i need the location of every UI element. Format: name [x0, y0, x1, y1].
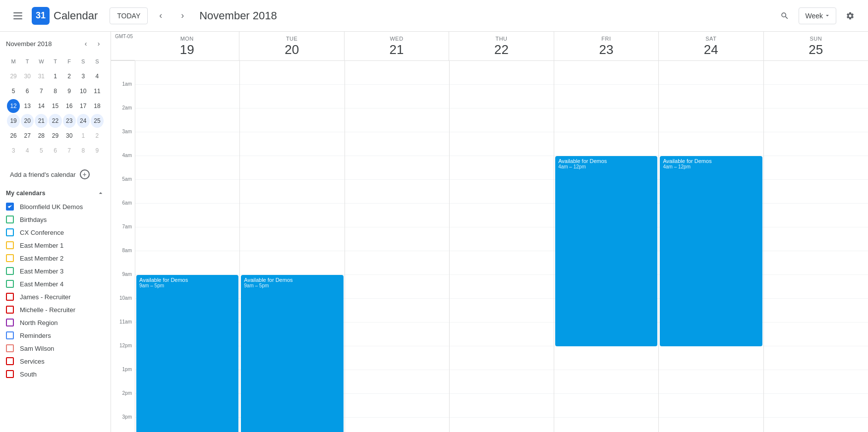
- mini-cal-day[interactable]: 8: [77, 144, 90, 158]
- next-button[interactable]: ›: [174, 7, 191, 25]
- calendar-checkbox[interactable]: [6, 331, 14, 339]
- mini-cal-day[interactable]: 9: [63, 84, 76, 98]
- event-block[interactable]: Available for Demos4am – 12pm: [660, 156, 762, 346]
- mini-cal-day[interactable]: 5: [7, 84, 20, 98]
- calendar-item[interactable]: East Member 4: [0, 277, 111, 290]
- mini-cal-day[interactable]: 2: [63, 69, 76, 83]
- calendar-checkbox[interactable]: [6, 319, 14, 326]
- day-header-thu[interactable]: THU22: [449, 32, 553, 60]
- day-number: 24: [659, 42, 763, 58]
- mini-cal-day[interactable]: 6: [49, 144, 61, 158]
- mini-cal-day[interactable]: 29: [49, 129, 61, 143]
- mini-cal-day[interactable]: 29: [7, 69, 20, 83]
- calendar-checkbox[interactable]: [6, 203, 14, 211]
- calendar-item[interactable]: East Member 1: [0, 239, 111, 252]
- mini-cal-day[interactable]: 4: [21, 144, 34, 158]
- event-block[interactable]: Available for Demos9am – 5pm: [241, 275, 343, 432]
- day-header-fri[interactable]: FRI23: [554, 32, 658, 60]
- calendar-checkbox[interactable]: [6, 357, 14, 365]
- mini-cal-day[interactable]: 4: [91, 69, 104, 83]
- mini-cal-day[interactable]: 13: [21, 99, 34, 113]
- day-header-mon[interactable]: MON19: [135, 32, 239, 60]
- mini-cal-day[interactable]: 5: [35, 144, 48, 158]
- search-button[interactable]: [775, 6, 795, 26]
- mini-cal-prev[interactable]: ‹: [80, 38, 92, 50]
- prev-button[interactable]: ‹: [152, 7, 170, 25]
- calendar-item[interactable]: James - Recruiter: [0, 290, 111, 303]
- calendar-checkbox[interactable]: [6, 370, 14, 378]
- calendar-checkbox[interactable]: [6, 216, 14, 223]
- mini-cal-day[interactable]: 25: [91, 114, 104, 128]
- mini-cal-day[interactable]: 19: [7, 114, 20, 128]
- mini-cal-day[interactable]: 27: [21, 129, 34, 143]
- mini-cal-day[interactable]: 12: [7, 99, 20, 113]
- hour-line: [659, 346, 763, 370]
- mini-cal-day[interactable]: 21: [35, 114, 48, 128]
- mini-cal-day[interactable]: 1: [49, 69, 61, 83]
- event-block[interactable]: Available for Demos4am – 12pm: [555, 156, 657, 346]
- mini-cal-day[interactable]: 8: [49, 84, 61, 98]
- day-header-sun[interactable]: SUN25: [763, 32, 868, 60]
- hour-line: [450, 299, 554, 323]
- mini-cal-day[interactable]: 26: [7, 129, 20, 143]
- mini-cal-day[interactable]: 7: [35, 84, 48, 98]
- mini-cal-day[interactable]: 16: [63, 99, 76, 113]
- calendar-item[interactable]: North Region: [0, 316, 111, 329]
- calendar-item[interactable]: Michelle - Recruiter: [0, 303, 111, 316]
- my-calendars-header[interactable]: My calendars: [0, 186, 111, 200]
- mini-cal-day[interactable]: 3: [7, 144, 20, 158]
- calendar-item[interactable]: Sam Wilson: [0, 342, 111, 355]
- calendar-checkbox[interactable]: [6, 228, 14, 236]
- calendar-checkbox[interactable]: [6, 280, 14, 288]
- calendar-item[interactable]: Reminders: [0, 329, 111, 342]
- calendar-item[interactable]: East Member 2: [0, 252, 111, 265]
- mini-cal-day[interactable]: 15: [49, 99, 61, 113]
- mini-calendar: November 2018 ‹ › MTWTFSS 29303112345678…: [0, 32, 111, 162]
- calendar-item[interactable]: Bloomfield UK Demos: [0, 200, 111, 213]
- mini-cal-day[interactable]: 2: [91, 129, 104, 143]
- calendar-item[interactable]: East Member 3: [0, 265, 111, 277]
- mini-cal-day[interactable]: 31: [35, 69, 48, 83]
- mini-cal-day[interactable]: 17: [77, 99, 90, 113]
- mini-cal-day[interactable]: 9: [91, 144, 104, 158]
- calendar-checkbox[interactable]: [6, 241, 14, 249]
- mini-cal-day[interactable]: 30: [21, 69, 34, 83]
- mini-cal-day[interactable]: 3: [77, 69, 90, 83]
- mini-cal-day[interactable]: 23: [63, 114, 76, 128]
- calendar-item[interactable]: Birthdays: [0, 213, 111, 226]
- day-header-wed[interactable]: WED21: [344, 32, 449, 60]
- mini-cal-day[interactable]: 18: [91, 99, 104, 113]
- day-header-sat[interactable]: SAT24: [658, 32, 763, 60]
- settings-button[interactable]: [840, 6, 860, 26]
- day-header-tue[interactable]: TUE20: [239, 32, 344, 60]
- hour-line: [764, 61, 868, 85]
- mini-cal-day[interactable]: 14: [35, 99, 48, 113]
- mini-cal-day[interactable]: 30: [63, 129, 76, 143]
- calendar-checkbox[interactable]: [6, 293, 14, 301]
- mini-cal-day[interactable]: 1: [77, 129, 90, 143]
- mini-cal-day[interactable]: 6: [21, 84, 34, 98]
- calendar-label: East Member 2: [20, 255, 63, 262]
- calendar-checkbox[interactable]: [6, 306, 14, 314]
- add-friend[interactable]: Add a friend's calendar +: [4, 164, 107, 184]
- mini-cal-day[interactable]: 11: [91, 84, 104, 98]
- hour-line: [240, 132, 344, 156]
- mini-cal-day[interactable]: 7: [63, 144, 76, 158]
- today-button[interactable]: TODAY: [110, 7, 148, 24]
- mini-cal-day[interactable]: 10: [77, 84, 90, 98]
- mini-cal-day[interactable]: 22: [49, 114, 61, 128]
- calendar-checkbox[interactable]: [6, 254, 14, 262]
- calendar-item[interactable]: South: [0, 368, 111, 380]
- calendar-checkbox[interactable]: [6, 267, 14, 275]
- calendar-checkbox[interactable]: [6, 344, 14, 352]
- event-block[interactable]: Available for Demos9am – 5pm: [136, 275, 238, 432]
- mini-cal-next[interactable]: ›: [93, 38, 105, 50]
- calendar-item[interactable]: CX Conference: [0, 226, 111, 239]
- menu-button[interactable]: [8, 6, 28, 26]
- mini-cal-day[interactable]: 24: [77, 114, 90, 128]
- mini-cal-day[interactable]: 20: [21, 114, 34, 128]
- app-title: Calendar: [54, 9, 98, 22]
- mini-cal-day[interactable]: 28: [35, 129, 48, 143]
- view-selector[interactable]: Week: [799, 7, 836, 24]
- calendar-item[interactable]: Services: [0, 355, 111, 368]
